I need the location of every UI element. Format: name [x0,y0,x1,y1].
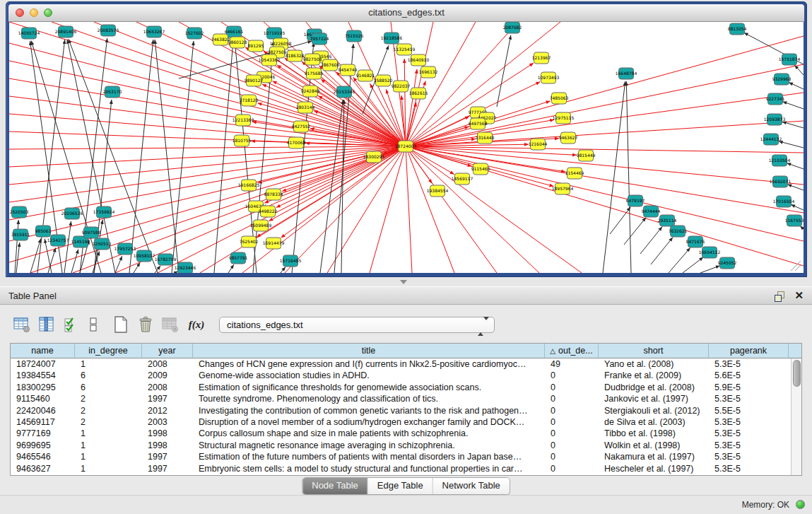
graph-node[interactable]: 17359924 [93,206,115,218]
table-row[interactable]: 1938455462009Genome-wide association stu… [11,370,801,381]
graph-node[interactable]: 8427552 [292,121,311,132]
column-header-pagerank[interactable]: pagerank [709,344,789,358]
graph-node[interactable]: 19166825 [238,180,260,191]
graph-node-hub[interactable]: 18724007 [395,141,417,152]
graph-node[interactable]: 20206536 [61,208,83,219]
graph-node[interactable]: 8186328 [286,50,305,62]
splitter-handle-icon[interactable] [400,280,407,284]
graph-node[interactable]: 891295 [248,40,264,52]
graph-node[interactable]: 10973493 [538,72,560,83]
table-row[interactable]: 946554611997Estimation of the future num… [11,451,801,462]
graph-node[interactable]: 10958107 [134,250,155,262]
table-settings-button[interactable] [11,314,33,335]
graph-node[interactable]: 9463627 [559,132,578,144]
table-select-dropdown[interactable]: citations_edges.txt [219,317,495,333]
table-row[interactable]: 969969511998Structural magnetic resonanc… [11,440,801,451]
network-canvas[interactable]: 1405572420891406200835751065326715276026… [9,22,804,273]
graph-node[interactable]: 14055724 [18,28,40,39]
graph-node[interactable]: 8454749 [339,64,358,76]
scrollbar-thumb[interactable] [793,360,801,387]
graph-node[interactable]: 9329968 [772,74,792,85]
graph-node[interactable]: 4170068 [287,137,306,148]
graph-node[interactable]: 9857791 [229,252,248,264]
graph-node[interactable]: 15751874 [779,54,801,65]
graph-node[interactable]: 9175685 [305,68,324,79]
graph-node[interactable]: 1810755 [233,135,252,146]
graph-node[interactable]: 9474444 [642,206,661,217]
graph-node[interactable]: 9815449 [577,150,596,161]
graph-node[interactable]: 14569117 [452,173,473,185]
graph-node[interactable]: 9242848 [301,86,320,97]
graph-node[interactable]: 3915911 [11,229,30,240]
graph-node[interactable]: 1527602 [185,28,204,39]
graph-node[interactable]: 2316448 [476,132,495,144]
graph-node[interactable]: 2087682 [503,22,522,33]
graph-node[interactable]: 985061 [35,226,52,237]
tab-node-table[interactable]: Node Table [302,478,368,494]
graph-node[interactable]: 1588520 [374,75,393,86]
graph-node[interactable]: 12103504 [769,155,791,166]
graph-node[interactable]: 9245052 [718,257,737,269]
graph-node[interactable]: 16099489 [250,220,272,231]
table-row[interactable]: 1456911722003Disruption of a novel membe… [11,416,801,428]
network-window-titlebar[interactable]: citations_edges.txt [8,4,804,22]
graph-node[interactable]: 16914479 [263,238,285,249]
graph-node[interactable]: 2520503 [10,206,29,218]
graph-node[interactable]: 7957224 [310,33,329,45]
graph-node[interactable]: 12093873 [764,114,786,125]
column-header-title[interactable]: title [193,344,545,358]
graph-node[interactable]: 10653267 [143,26,165,37]
graph-node[interactable]: 2053170 [103,86,122,98]
column-header-year[interactable]: year [142,344,193,358]
graph-node[interactable]: 2718120 [240,95,259,106]
graph-node[interactable]: 8878334 [264,189,283,200]
table-row[interactable]: 1830029562008Estimation of significance … [11,382,801,393]
column-header-name[interactable]: name [11,344,75,358]
graph-node[interactable]: 9146821 [356,70,375,81]
graph-node[interactable]: 10654112 [699,247,721,258]
graph-node[interactable]: 7485063 [550,93,569,104]
graph-node[interactable]: 8471676 [686,236,705,247]
panel-splitter[interactable] [0,277,812,286]
table-row[interactable]: 2242004622012Investigating the contribut… [11,405,801,416]
float-panel-icon[interactable] [774,291,785,302]
graph-node[interactable]: 20153346 [334,86,355,98]
graph-node[interactable]: 11325419 [394,44,416,55]
graph-node[interactable]: 9227341 [766,93,785,105]
graph-node[interactable]: 9115460 [471,163,490,175]
function-builder-button[interactable]: f(x) [184,314,208,335]
delete-button[interactable] [135,314,156,335]
graph-node[interactable]: 1213967 [532,52,551,64]
table-row[interactable]: 1872400712008Changes of HCN gene express… [11,358,801,370]
graph-node[interactable]: 1862615 [409,88,428,99]
graph-node[interactable]: 9890127 [245,75,264,86]
tab-network-table[interactable]: Network Table [433,478,510,494]
table-row[interactable]: 946362711997Embryonic stem cells: a mode… [11,463,801,474]
graph-node[interactable]: 2803144 [296,102,315,113]
graph-node[interactable]: 18300295 [363,151,385,163]
graph-node[interactable]: 9498222 [259,206,278,217]
graph-node[interactable]: 18640910 [408,54,430,66]
graph-node[interactable]: 16782759 [155,254,177,265]
graph-node[interactable]: 18957964 [552,183,574,194]
graph-node[interactable]: 1167553 [785,215,804,226]
graph-node[interactable]: 1154469 [565,168,584,179]
graph-node[interactable]: 7463822 [211,34,230,45]
graph-node[interactable]: 1250513 [93,238,112,250]
graph-node[interactable]: 20891406 [55,26,77,37]
graph-node[interactable]: 12923446 [175,262,196,273]
graph-node[interactable]: 20083575 [98,25,119,36]
graph-node[interactable]: 9827508 [303,54,322,65]
graph-node[interactable]: 2935114 [658,215,677,226]
graph-node[interactable]: 9860128 [228,37,247,48]
graph-node[interactable]: 19384554 [427,185,449,197]
graph-node[interactable]: 15716485 [280,255,302,267]
graph-node[interactable]: 15692071 [770,176,792,187]
clear-selection-button[interactable] [86,314,107,335]
graph-node[interactable]: 16648784 [616,68,637,79]
new-file-button[interactable] [110,314,131,335]
graph-node[interactable]: 1216044 [529,139,548,150]
graph-node[interactable]: 7632621 [669,226,688,237]
vertical-scrollbar[interactable] [791,358,801,475]
table-row[interactable]: 911546021997Tourette syndrome. Phenomeno… [11,393,801,404]
